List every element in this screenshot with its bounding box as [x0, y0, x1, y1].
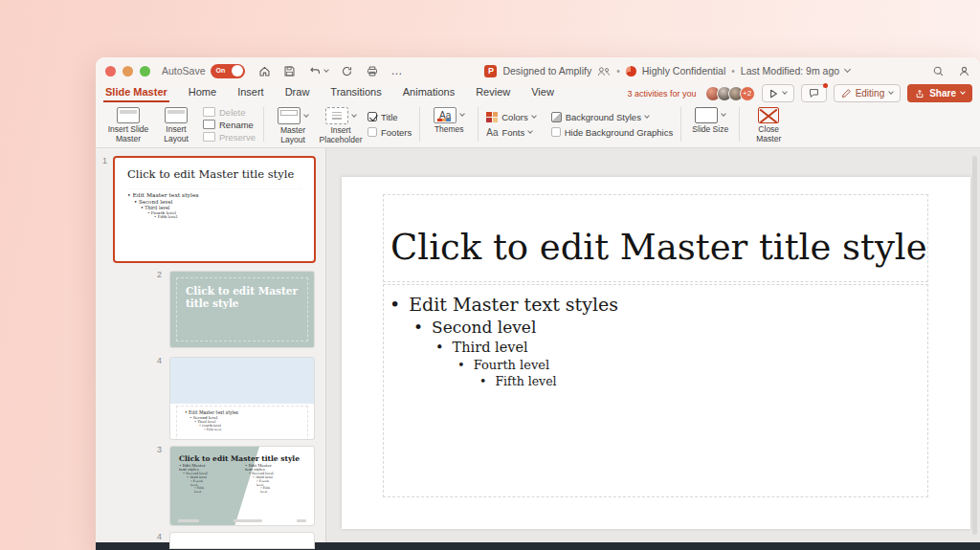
- activities-link[interactable]: 3 activities for you: [628, 89, 697, 99]
- more-icon[interactable]: …: [391, 68, 403, 74]
- slide-master-icon: [117, 107, 140, 123]
- sensitivity-label[interactable]: Highly Confidential: [642, 65, 726, 77]
- checkbox-checked-icon: [368, 112, 377, 121]
- fonts-icon: Aa: [486, 127, 498, 138]
- ribbon: Insert Slide Master Insert Layout Delete…: [96, 102, 980, 148]
- minimize-window-button[interactable]: [122, 66, 133, 77]
- thumbnail-number: 3: [157, 445, 162, 454]
- colors-button[interactable]: Colors: [486, 112, 535, 122]
- thumbnail-partial-layout[interactable]: [170, 533, 314, 548]
- sensitivity-logo-icon: [626, 66, 636, 77]
- shared-people-icon[interactable]: [597, 66, 611, 77]
- tab-draw[interactable]: Draw: [283, 85, 312, 102]
- zoom-window-button[interactable]: [140, 66, 150, 77]
- ribbon-divider: [263, 107, 264, 142]
- preserve-icon: [203, 132, 215, 142]
- editing-mode-button[interactable]: Editing: [834, 84, 902, 102]
- close-master-button[interactable]: Close Master: [747, 104, 790, 144]
- ribbon-divider: [680, 107, 681, 142]
- desktop-background: AutoSave On: [0, 0, 980, 550]
- footers-checkbox[interactable]: Footers: [368, 127, 412, 138]
- chevron-down-icon: [323, 67, 329, 73]
- comments-button[interactable]: [801, 84, 827, 102]
- last-modified-label[interactable]: Last Modified: 9m ago: [741, 65, 839, 77]
- placeholder-icon: [325, 107, 348, 124]
- bullet-level-3: Third level: [435, 340, 927, 355]
- tab-review[interactable]: Review: [474, 85, 512, 102]
- document-title[interactable]: Designed to Amplify: [502, 65, 591, 77]
- rename-button[interactable]: Rename: [203, 120, 256, 130]
- layout-icon: [165, 107, 188, 123]
- search-icon[interactable]: [932, 65, 945, 77]
- print-icon[interactable]: [366, 65, 379, 77]
- thumbnail-content-layout[interactable]: • Edit Master text styles • Second level…: [170, 358, 314, 439]
- powerpoint-window: AutoSave On: [96, 57, 980, 550]
- thumbnail-two-content-layout[interactable]: Click to edit Master title style • Edit …: [170, 447, 314, 525]
- master-layout-button[interactable]: Master Layout: [272, 104, 314, 144]
- footer-placeholders: [178, 519, 306, 522]
- rename-icon: [203, 120, 215, 129]
- ribbon-tab-row: Slide Master Home Insert Draw Transition…: [96, 84, 980, 102]
- thumbnail-number: 2: [157, 270, 162, 279]
- checkbox-icon: [368, 127, 377, 137]
- tab-view[interactable]: View: [529, 85, 556, 102]
- undo-icon[interactable]: [308, 65, 328, 77]
- slide-editing-area: Click to edit Master title style Edit Ma…: [326, 148, 980, 542]
- tab-insert[interactable]: Insert: [235, 85, 266, 102]
- share-button[interactable]: Share: [907, 84, 972, 102]
- thumbnail-master-slide[interactable]: Click to edit Master title style • Edit …: [115, 158, 314, 261]
- hide-background-graphics-checkbox[interactable]: Hide Background Graphics: [551, 127, 674, 138]
- preserve-button: Preserve: [203, 132, 256, 143]
- themes-icon: Aa: [434, 107, 457, 123]
- thumbnail-title-layout[interactable]: Click to edit Master title style: [170, 272, 314, 347]
- avatar-overflow-badge[interactable]: +2: [740, 86, 755, 101]
- ribbon-divider: [478, 107, 479, 142]
- ribbon-divider: [739, 107, 740, 142]
- collaborator-avatars[interactable]: +2: [705, 86, 755, 101]
- tab-transitions[interactable]: Transitions: [328, 85, 383, 102]
- autosave-toggle[interactable]: On: [211, 64, 245, 78]
- thumbnail-number: 1: [102, 156, 107, 165]
- themes-button[interactable]: Aa Themes: [428, 104, 470, 144]
- tab-animations[interactable]: Animations: [401, 85, 457, 102]
- slide-canvas[interactable]: Click to edit Master title style Edit Ma…: [342, 177, 970, 529]
- thumbnail-number: 4: [157, 356, 162, 365]
- delete-icon: [203, 107, 215, 117]
- tab-slide-master[interactable]: Slide Master: [103, 85, 169, 102]
- background-styles-icon: [551, 112, 562, 122]
- fonts-button[interactable]: Aa Fonts: [486, 127, 535, 138]
- insert-placeholder-button[interactable]: Insert Placeholder: [320, 104, 362, 144]
- title-checkbox[interactable]: Title: [368, 112, 412, 122]
- close-window-button[interactable]: [105, 66, 116, 77]
- master-title-text: Click to edit Master title style: [384, 227, 927, 281]
- home-icon[interactable]: [258, 65, 271, 77]
- insert-slide-master-button[interactable]: Insert Slide Master: [107, 104, 149, 144]
- autosave-label: AutoSave: [162, 65, 206, 77]
- window-controls: [105, 66, 150, 77]
- tab-home[interactable]: Home: [187, 85, 218, 102]
- title-placeholder[interactable]: Click to edit Master title style: [383, 194, 928, 282]
- colors-icon: [486, 112, 498, 122]
- present-button[interactable]: [762, 84, 794, 102]
- background-styles-button[interactable]: Background Styles: [551, 112, 674, 122]
- profile-icon[interactable]: [958, 65, 970, 77]
- bullet-level-1: Edit Master text styles: [390, 294, 927, 315]
- play-icon: [769, 89, 778, 99]
- bullet-level-4: Fourth level: [457, 358, 927, 372]
- slide-size-icon: [695, 107, 718, 123]
- close-master-icon: [758, 107, 779, 123]
- vertical-scrollbar[interactable]: [972, 156, 977, 535]
- chevron-down-icon[interactable]: [844, 66, 851, 73]
- insert-layout-button[interactable]: Insert Layout: [155, 104, 197, 144]
- slide-size-button[interactable]: Slide Size: [689, 104, 731, 144]
- bullet-level-5: Fifth level: [479, 374, 927, 388]
- bullet-level-2: Second level: [413, 318, 927, 337]
- thumbnail-number: 4: [157, 532, 162, 541]
- slide-thumbnail-panel: 1 Click to edit Master title style • Edi…: [96, 148, 326, 542]
- ribbon-divider: [419, 107, 420, 142]
- pencil-icon: [841, 89, 851, 99]
- powerpoint-app-icon: P: [484, 65, 497, 77]
- body-placeholder[interactable]: Edit Master text styles Second level Thi…: [383, 284, 928, 497]
- redo-icon[interactable]: [341, 65, 353, 77]
- save-icon[interactable]: [283, 65, 296, 77]
